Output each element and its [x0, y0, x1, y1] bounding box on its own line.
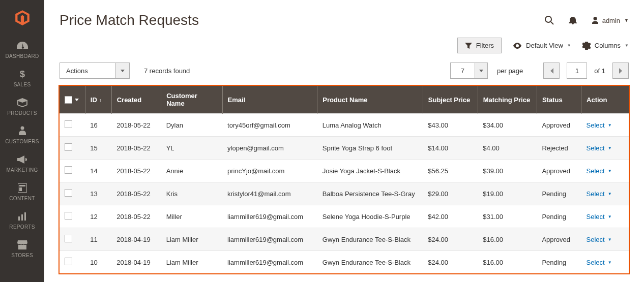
row-action-select[interactable]: Select ▼: [587, 167, 612, 175]
mass-actions-select[interactable]: Actions: [60, 62, 130, 79]
chevron-right-icon: [619, 68, 623, 74]
cell-subject-price: $43.00: [423, 114, 478, 137]
svg-rect-6: [21, 214, 23, 221]
svg-point-8: [545, 16, 551, 22]
magento-logo[interactable]: [0, 0, 44, 36]
table-row[interactable]: 142018-05-22AnnieprincYjo@mail.comJosie …: [60, 160, 629, 182]
admin-user-menu[interactable]: admin ▼: [591, 16, 629, 24]
cell-product-name: Sprite Yoga Strap 6 foot: [317, 137, 423, 160]
cell-created: 2018-05-22: [111, 205, 161, 228]
total-pages-label: of 1: [594, 67, 605, 75]
search-icon[interactable]: [544, 15, 554, 25]
chevron-down-icon: ▼: [567, 43, 571, 48]
cell-status: Approved: [537, 160, 581, 182]
cell-subject-price: $14.00: [423, 137, 478, 160]
row-checkbox[interactable]: [65, 120, 72, 128]
row-checkbox[interactable]: [65, 235, 72, 242]
notifications-icon[interactable]: [568, 15, 578, 25]
cell-subject-price: $56.25: [423, 160, 478, 182]
sidebar-item-dashboard[interactable]: DASHBOARD: [0, 36, 44, 64]
column-product-name[interactable]: Product Name: [317, 86, 423, 114]
admin-sidebar: DASHBOARD$SALESPRODUCTSCUSTOMERSMARKETIN…: [0, 0, 44, 282]
svg-point-1: [20, 127, 24, 130]
row-action-select[interactable]: Select ▼: [587, 236, 612, 243]
sidebar-item-stores[interactable]: STORES: [0, 235, 44, 263]
select-all-header[interactable]: [60, 86, 85, 114]
cell-customer-name: Miller: [161, 205, 222, 228]
row-checkbox[interactable]: [65, 258, 72, 265]
row-checkbox[interactable]: [65, 166, 72, 174]
grid-toolbar: Filters Default View ▼ Columns ▼: [58, 38, 630, 53]
cell-created: 2018-05-22: [111, 182, 161, 205]
row-checkbox[interactable]: [65, 212, 72, 220]
row-checkbox[interactable]: [65, 143, 72, 151]
cell-status: Rejected: [537, 137, 581, 160]
page-number-input[interactable]: [567, 62, 587, 79]
cell-product-name: Balboa Persistence Tee-S-Gray: [317, 182, 423, 205]
cell-created: 2018-04-19: [111, 251, 161, 274]
cell-email: kristylor41@mail.com: [222, 182, 317, 205]
cell-customer-name: Liam Miller: [161, 228, 222, 251]
svg-line-9: [551, 22, 553, 24]
row-action-select[interactable]: Select ▼: [587, 121, 612, 129]
cell-email: liammiller619@gmail.com: [222, 228, 317, 251]
svg-text:$: $: [19, 69, 24, 79]
sidebar-item-marketing[interactable]: MARKETING: [0, 149, 44, 178]
columns-control[interactable]: Columns ▼: [582, 42, 629, 50]
table-row[interactable]: 152018-05-22YLylopen@gmail.comSprite Yog…: [60, 137, 629, 160]
column-created[interactable]: Created: [111, 86, 161, 114]
column-id[interactable]: ID↑: [85, 86, 111, 114]
columns-label: Columns: [595, 42, 621, 49]
sidebar-item-reports[interactable]: REPORTS: [0, 206, 44, 235]
cell-created: 2018-05-22: [111, 114, 161, 137]
per-page-select[interactable]: 7: [450, 62, 488, 79]
sidebar-item-products[interactable]: PRODUCTS: [0, 92, 44, 121]
chevron-left-icon: [550, 68, 553, 74]
chevron-down-icon: ▼: [624, 18, 629, 23]
chevron-down-icon: ▼: [608, 214, 612, 219]
records-count: 7 records found: [144, 67, 190, 75]
row-action-select[interactable]: Select ▼: [587, 190, 612, 198]
select-all-checkbox[interactable]: [65, 96, 72, 104]
table-row[interactable]: 162018-05-22Dylantory45orf@gmail.comLuma…: [60, 114, 629, 137]
filters-button[interactable]: Filters: [457, 38, 502, 53]
row-action-select[interactable]: Select ▼: [587, 144, 612, 152]
mass-actions-label: Actions: [60, 62, 115, 79]
column-matching-price[interactable]: Matching Price: [478, 86, 537, 114]
nav-label: REPORTS: [0, 224, 44, 230]
column-customer-name[interactable]: Customer Name: [161, 86, 222, 114]
default-view-control[interactable]: Default View ▼: [513, 42, 571, 49]
box-icon: [0, 97, 44, 108]
column-email[interactable]: Email: [222, 86, 317, 114]
cell-email: tory45orf@gmail.com: [222, 114, 317, 137]
chevron-down-icon[interactable]: [115, 62, 130, 79]
prev-page-button[interactable]: [543, 62, 560, 79]
table-row[interactable]: 132018-05-22Kriskristylor41@mail.comBalb…: [60, 182, 629, 205]
cell-id: 12: [85, 205, 111, 228]
table-row[interactable]: 122018-05-22Millerliammiller619@gmail.co…: [60, 205, 629, 228]
page-header: Price Match Requests admin ▼: [58, 0, 630, 38]
next-page-button[interactable]: [612, 62, 629, 79]
sidebar-item-customers[interactable]: CUSTOMERS: [0, 121, 44, 149]
table-row[interactable]: 102018-04-19Liam Millerliammiller619@gma…: [60, 251, 629, 274]
sidebar-item-content[interactable]: CONTENT: [0, 178, 44, 206]
cell-email: ylopen@gmail.com: [222, 137, 317, 160]
chevron-down-icon[interactable]: [75, 99, 79, 101]
sidebar-item-sales[interactable]: $SALES: [0, 64, 44, 92]
svg-rect-4: [19, 187, 22, 191]
cell-product-name: Luma Analog Watch: [317, 114, 423, 137]
column-subject-price[interactable]: Subject Price: [423, 86, 478, 114]
row-action-select[interactable]: Select ▼: [587, 259, 612, 266]
main-content: Price Match Requests admin ▼ Filters Def…: [44, 0, 644, 282]
cell-product-name: Gwyn Endurance Tee-S-Black: [317, 228, 423, 251]
column-status[interactable]: Status: [537, 86, 581, 114]
cell-matching-price: $19.00: [478, 182, 537, 205]
funnel-icon: [465, 42, 472, 49]
cell-id: 16: [85, 114, 111, 137]
row-action-select[interactable]: Select ▼: [587, 213, 612, 221]
gear-icon: [582, 42, 591, 50]
cell-customer-name: Liam Miller: [161, 251, 222, 274]
table-row[interactable]: 112018-04-19Liam Millerliammiller619@gma…: [60, 228, 629, 251]
chevron-down-icon[interactable]: [475, 62, 488, 79]
row-checkbox[interactable]: [65, 189, 72, 197]
